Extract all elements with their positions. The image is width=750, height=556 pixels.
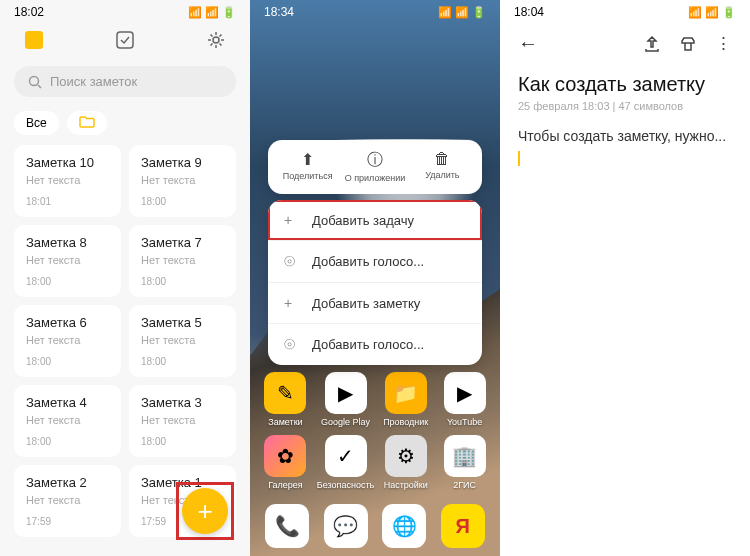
top-tabs xyxy=(0,22,250,58)
ctx-menu-label: Добавить задачу xyxy=(312,213,414,228)
app-Галерея[interactable]: ✿ Галерея xyxy=(258,435,313,490)
text-cursor xyxy=(518,151,520,166)
note-card[interactable]: Заметка 4 Нет текста 18:00 xyxy=(14,385,121,457)
ctx-label: О приложении xyxy=(341,174,408,184)
note-title: Заметка 5 xyxy=(141,315,224,330)
note-card[interactable]: Заметка 9 Нет текста 18:00 xyxy=(129,145,236,217)
tab-settings[interactable] xyxy=(204,28,228,52)
note-time: 18:00 xyxy=(141,276,224,287)
notes-icon xyxy=(25,31,43,49)
note-card[interactable]: Заметка 7 Нет текста 18:00 xyxy=(129,225,236,297)
app-2ГИС[interactable]: 🏢 2ГИС xyxy=(437,435,492,490)
tab-notes[interactable] xyxy=(22,28,46,52)
note-preview: Нет текста xyxy=(141,414,224,426)
ctx-menu-item[interactable]: + Добавить заметку xyxy=(268,282,482,323)
ctx-label: Поделиться xyxy=(274,172,341,182)
note-time: 18:00 xyxy=(26,276,109,287)
note-preview: Нет текста xyxy=(26,254,109,266)
filter-folder[interactable] xyxy=(67,111,107,135)
ctx-menu-label: Добавить голосо... xyxy=(312,254,424,269)
svg-point-1 xyxy=(213,37,219,43)
app-icon: 📁 xyxy=(385,372,427,414)
dock-icon: 💬 xyxy=(324,504,368,548)
app-icon: ▶ xyxy=(325,372,367,414)
more-icon[interactable]: ⋮ xyxy=(715,33,732,54)
filter-all[interactable]: Все xyxy=(14,111,59,135)
tab-tasks[interactable] xyxy=(113,28,137,52)
note-card[interactable]: Заметка 10 Нет текста 18:01 xyxy=(14,145,121,217)
status-bar: 18:34 📶 📶 🔋 xyxy=(250,0,500,22)
customize-icon[interactable] xyxy=(679,35,697,53)
note-time: 18:00 xyxy=(141,356,224,367)
search-input[interactable]: Поиск заметок xyxy=(14,66,236,97)
status-icons: 📶 📶 🔋 xyxy=(438,6,486,19)
note-preview: Нет текста xyxy=(141,334,224,346)
gear-icon xyxy=(206,30,226,50)
note-card[interactable]: Заметка 5 Нет текста 18:00 xyxy=(129,305,236,377)
fab-add-note[interactable]: + xyxy=(182,488,228,534)
dock-app[interactable]: 🌐 xyxy=(382,504,426,548)
status-time: 18:02 xyxy=(14,5,44,19)
dock-icon: Я xyxy=(441,504,485,548)
svg-point-2 xyxy=(30,76,39,85)
note-title: Заметка 9 xyxy=(141,155,224,170)
signal-icon: 📶 xyxy=(688,6,702,19)
voice-icon: ⦾ xyxy=(284,336,300,353)
search-icon xyxy=(28,75,42,89)
ctx-menu-item[interactable]: ⦾ Добавить голосо... xyxy=(268,240,482,282)
note-time: 18:00 xyxy=(26,356,109,367)
dock-app[interactable]: Я xyxy=(441,504,485,548)
app-icon: ✓ xyxy=(325,435,367,477)
filter-row: Все xyxy=(0,105,250,145)
app-label: Заметки xyxy=(268,417,302,427)
note-title: Заметка 6 xyxy=(26,315,109,330)
note-body[interactable]: Чтобы создать заметку, нужно... xyxy=(500,126,750,169)
app-Безопасность[interactable]: ✓ Безопасность xyxy=(317,435,374,490)
note-preview: Нет текста xyxy=(26,174,109,186)
dock-app[interactable]: 📞 xyxy=(265,504,309,548)
app-Google Play[interactable]: ▶ Google Play xyxy=(317,372,374,427)
context-actions: ⬆ Поделиться ⓘ О приложении 🗑 Удалить xyxy=(268,140,482,194)
note-title[interactable]: Как создать заметку xyxy=(500,65,750,98)
app-icon: ▶ xyxy=(444,372,486,414)
note-title: Заметка 8 xyxy=(26,235,109,250)
battery-icon: 🔋 xyxy=(472,6,486,19)
note-card[interactable]: Заметка 2 Нет текста 17:59 xyxy=(14,465,121,537)
note-card[interactable]: Заметка 3 Нет текста 18:00 xyxy=(129,385,236,457)
app-Настройки[interactable]: ⚙ Настройки xyxy=(378,435,433,490)
app-icon: ✿ xyxy=(264,435,306,477)
note-card[interactable]: Заметка 6 Нет текста 18:00 xyxy=(14,305,121,377)
screen-home: 18:34 📶 📶 🔋 ⬆ Поделиться ⓘ О приложении … xyxy=(250,0,500,556)
note-card[interactable]: Заметка 8 Нет текста 18:00 xyxy=(14,225,121,297)
back-button[interactable]: ← xyxy=(518,32,538,55)
ctx-delete[interactable]: 🗑 Удалить xyxy=(409,150,476,184)
app-YouTube[interactable]: ▶ YouTube xyxy=(437,372,492,427)
info-icon: ⓘ xyxy=(341,150,408,171)
dock-app[interactable]: 💬 xyxy=(324,504,368,548)
app-Заметки[interactable]: ✎ Заметки xyxy=(258,372,313,427)
app-label: Проводник xyxy=(383,417,428,427)
ctx-share[interactable]: ⬆ Поделиться xyxy=(274,150,341,184)
note-preview: Нет текста xyxy=(141,254,224,266)
note-meta: 25 февраля 18:03 | 47 символов xyxy=(500,98,750,126)
app-label: Google Play xyxy=(321,417,370,427)
app-label: Настройки xyxy=(384,480,428,490)
ctx-info[interactable]: ⓘ О приложении xyxy=(341,150,408,184)
share-icon[interactable] xyxy=(643,35,661,53)
note-preview: Нет текста xyxy=(26,494,109,506)
notes-grid: Заметка 10 Нет текста 18:01 Заметка 9 Не… xyxy=(0,145,250,537)
app-label: YouTube xyxy=(447,417,482,427)
ctx-label: Удалить xyxy=(409,171,476,181)
app-Проводник[interactable]: 📁 Проводник xyxy=(378,372,433,427)
note-time: 17:59 xyxy=(26,516,109,527)
app-label: Галерея xyxy=(268,480,303,490)
context-menu: + Добавить задачу ⦾ Добавить голосо... +… xyxy=(268,200,482,365)
ctx-menu-item[interactable]: ⦾ Добавить голосо... xyxy=(268,323,482,365)
wifi-icon: 📶 xyxy=(705,6,719,19)
delete-icon: 🗑 xyxy=(409,150,476,168)
battery-icon: 🔋 xyxy=(222,6,236,19)
ctx-menu-item[interactable]: + Добавить задачу xyxy=(268,200,482,240)
note-title: Заметка 10 xyxy=(26,155,109,170)
app-icon: ⚙ xyxy=(385,435,427,477)
ctx-menu-label: Добавить голосо... xyxy=(312,337,424,352)
